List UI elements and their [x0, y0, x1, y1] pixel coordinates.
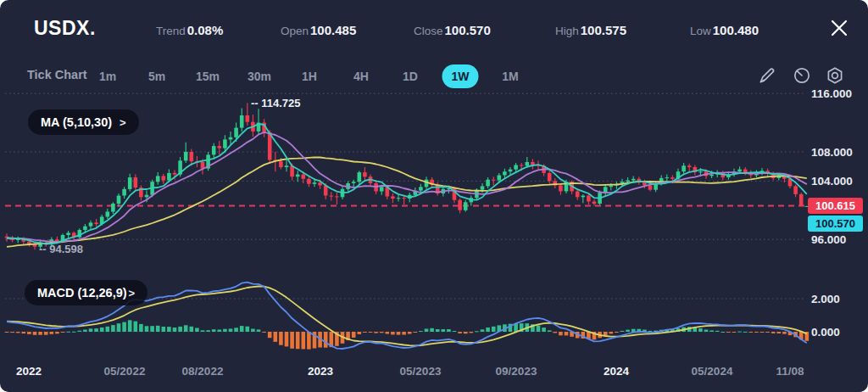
timeframe-1w[interactable]: 1W: [442, 64, 479, 88]
chevron-right-icon: >: [129, 287, 136, 300]
timeframe-4h[interactable]: 4H: [344, 64, 378, 88]
timeframe-1h[interactable]: 1H: [292, 64, 326, 88]
timeframe-15m[interactable]: 15m: [186, 64, 229, 88]
time-axis-label: 05/2022: [104, 365, 146, 378]
chart-window: USDX. Trend 0.08% Open 100.485 Close 100…: [0, 0, 868, 392]
time-axis-label: 2022: [16, 365, 42, 378]
price-axis-label: 96.000: [811, 233, 846, 246]
stat-open: Open 100.485: [281, 23, 356, 37]
timeframe-5m[interactable]: 5m: [139, 64, 175, 88]
stat-close: Close 100.570: [414, 23, 491, 37]
tick-chart-button[interactable]: Tick Chart: [27, 68, 87, 81]
macd-indicator-label: MACD (12,26,9): [37, 286, 127, 300]
price-line-badge: 100.615: [808, 198, 863, 214]
time-axis-label: 09/2023: [496, 365, 537, 378]
chevron-right-icon: >: [120, 116, 126, 129]
price-axis-label: 116.000: [811, 87, 852, 100]
stat-low-label: Low: [690, 25, 711, 37]
history-icon[interactable]: [790, 64, 814, 87]
stat-open-value: 100.485: [310, 23, 356, 37]
time-axis-label: 2023: [308, 365, 333, 378]
last-close-badge: 100.570: [808, 216, 863, 232]
timeframe-1m[interactable]: 1m: [90, 64, 125, 88]
macd-axis-label: 2.000: [811, 293, 840, 305]
stat-high-label: High: [555, 25, 579, 37]
timeframe-1m[interactable]: 1M: [492, 64, 527, 88]
stat-close-label: Close: [414, 25, 443, 37]
time-axis-label: 05/2023: [400, 365, 442, 378]
time-axis-label: 05/2024: [692, 365, 733, 378]
price-axis-label: 104.000: [811, 175, 853, 188]
stat-low-value: 100.480: [713, 23, 759, 37]
ma-indicator-pill[interactable]: MA (5,10,30) >: [28, 109, 139, 135]
time-axis-label: 2024: [604, 365, 629, 378]
stat-trend-label: Trend: [156, 25, 186, 37]
low-annotation: -- 94.598: [39, 243, 83, 255]
macd-indicator-pill[interactable]: MACD (12,26,9) >: [25, 280, 147, 305]
stat-low: Low 100.480: [690, 23, 759, 37]
stat-trend: Trend 0.08%: [156, 23, 223, 37]
price-axis-label: 108.000: [811, 146, 853, 159]
candlestick-macd-chart[interactable]: [0, 0, 868, 392]
stat-close-value: 100.570: [445, 23, 491, 37]
stat-open-label: Open: [281, 25, 309, 37]
symbol-title: USDX.: [34, 17, 96, 40]
ma-indicator-label: MA (5,10,30): [41, 115, 112, 129]
settings-icon[interactable]: [823, 64, 847, 87]
stat-high: High 100.575: [555, 23, 626, 37]
stat-trend-value: 0.08%: [187, 23, 224, 37]
time-axis-label: 08/2022: [182, 365, 224, 378]
draw-icon[interactable]: [755, 64, 779, 87]
timeframe-1d[interactable]: 1D: [393, 64, 427, 88]
macd-axis-label: 0.000: [811, 326, 840, 339]
high-annotation: -- 114.725: [251, 97, 301, 109]
close-icon[interactable]: [826, 15, 853, 42]
timeframe-30m[interactable]: 30m: [238, 64, 281, 88]
time-axis-label: 11/08: [776, 365, 804, 378]
stat-high-value: 100.575: [581, 23, 626, 37]
